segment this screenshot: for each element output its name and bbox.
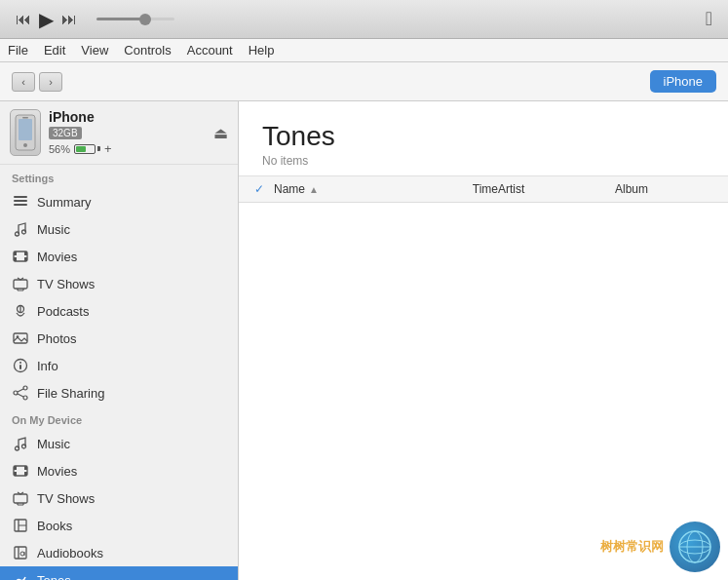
- content-area: Tones No items ✓ Name ▲ Time Artist Albu…: [239, 101, 728, 580]
- battery-row: 56% +: [49, 141, 206, 156]
- info-label: Info: [37, 359, 58, 373]
- settings-section-label: Settings: [0, 165, 238, 188]
- back-button[interactable]: ‹: [12, 72, 35, 92]
- tvshows-device-label: TV Shows: [37, 491, 95, 506]
- sidebar-item-movies-device[interactable]: Movies: [0, 457, 238, 484]
- svg-point-40: [20, 552, 24, 556]
- watermark-text: 树树常识网: [600, 538, 664, 556]
- device-name: iPhone: [49, 109, 206, 125]
- sidebar-item-books[interactable]: Books: [0, 512, 238, 539]
- svg-rect-11: [24, 251, 27, 255]
- content-table: ✓ Name ▲ Time Artist Album: [239, 175, 728, 580]
- menu-help[interactable]: Help: [249, 43, 275, 58]
- sidebar-item-movies[interactable]: Movies: [0, 243, 238, 270]
- battery-fill: [76, 146, 86, 152]
- eject-button[interactable]: ⏏: [213, 124, 228, 142]
- svg-point-22: [23, 386, 27, 390]
- table-header: ✓ Name ▲ Time Artist Album: [239, 176, 728, 203]
- tvshows-device-icon: [12, 489, 29, 507]
- svg-rect-3: [22, 117, 28, 119]
- col-album-header[interactable]: Album: [615, 182, 712, 196]
- battery-icon: [74, 144, 100, 154]
- col-name-header[interactable]: Name ▲: [274, 182, 440, 196]
- music-icon: [12, 220, 29, 238]
- battery-tip: [97, 146, 100, 151]
- title-bar: ⏮ ▶ ⏭ : [0, 0, 728, 39]
- svg-rect-33: [24, 472, 27, 476]
- sidebar-item-filesharing[interactable]: File Sharing: [0, 379, 238, 406]
- device-header: iPhone 32GB 56% + ⏏: [0, 101, 238, 165]
- svg-point-23: [14, 391, 18, 395]
- sort-arrow: ▲: [309, 184, 319, 195]
- svg-point-2: [23, 143, 27, 147]
- tones-icon: [12, 571, 29, 580]
- menu-file[interactable]: File: [8, 43, 28, 58]
- svg-rect-12: [14, 257, 17, 261]
- col-time-header[interactable]: Time: [440, 182, 498, 196]
- filesharing-label: File Sharing: [37, 386, 104, 401]
- menu-account[interactable]: Account: [187, 43, 233, 58]
- music-device-icon: [12, 435, 29, 452]
- svg-rect-34: [14, 494, 27, 503]
- sidebar-item-tones[interactable]: Tones: [0, 566, 238, 580]
- svg-rect-6: [14, 204, 27, 206]
- apple-logo: : [706, 8, 712, 30]
- slider-thumb: [139, 14, 151, 25]
- menu-view[interactable]: View: [81, 43, 108, 58]
- name-header-label: Name: [274, 182, 305, 196]
- menu-bar: File Edit View Controls Account Help: [0, 39, 728, 62]
- music-device-label: Music: [37, 437, 70, 451]
- sidebar-item-photos[interactable]: Photos: [0, 325, 238, 352]
- movies-device-icon: [12, 462, 29, 480]
- col-check: ✓: [254, 182, 274, 196]
- sidebar-item-podcasts[interactable]: Podcasts: [0, 297, 238, 325]
- svg-rect-32: [14, 472, 17, 476]
- svg-rect-17: [14, 333, 27, 343]
- watermark: 树树常识网: [600, 522, 720, 572]
- podcasts-icon: [12, 302, 29, 320]
- svg-rect-10: [14, 251, 17, 255]
- tones-label: Tones: [37, 573, 71, 581]
- books-icon: [12, 517, 29, 534]
- menu-edit[interactable]: Edit: [44, 43, 65, 58]
- movies-icon: [12, 248, 29, 265]
- sidebar-item-tvshows[interactable]: TV Shows: [0, 270, 238, 297]
- col-artist-header[interactable]: Artist: [498, 182, 615, 196]
- prev-button[interactable]: ⏮: [16, 11, 31, 28]
- music-label: Music: [37, 222, 70, 237]
- svg-rect-31: [24, 466, 27, 470]
- volume-slider[interactable]: [96, 18, 174, 20]
- sidebar-item-tvshows-device[interactable]: TV Shows: [0, 484, 238, 512]
- tvshows-icon: [12, 275, 29, 292]
- svg-line-26: [18, 394, 23, 397]
- device-storage: 32GB: [49, 127, 82, 139]
- sidebar-item-info[interactable]: Info: [0, 352, 238, 379]
- iphone-device-button[interactable]: iPhone: [650, 70, 716, 93]
- svg-rect-30: [14, 466, 17, 470]
- play-button[interactable]: ▶: [39, 8, 54, 31]
- books-label: Books: [37, 519, 72, 533]
- main-layout: iPhone 32GB 56% + ⏏ Settings: [0, 101, 728, 580]
- forward-button[interactable]: ›: [39, 72, 62, 92]
- svg-rect-5: [14, 200, 27, 202]
- sidebar-item-summary[interactable]: Summary: [0, 188, 238, 215]
- svg-rect-21: [19, 365, 21, 369]
- next-button[interactable]: ⏭: [61, 11, 77, 28]
- content-header: Tones No items: [239, 101, 728, 175]
- svg-rect-13: [24, 257, 27, 261]
- movies-device-label: Movies: [37, 464, 77, 479]
- battery-body: [74, 144, 96, 154]
- svg-point-27: [16, 446, 19, 450]
- photos-label: Photos: [37, 331, 76, 346]
- charging-icon: +: [104, 141, 112, 156]
- svg-rect-4: [14, 196, 27, 198]
- svg-point-24: [23, 396, 27, 400]
- summary-icon: [12, 193, 29, 211]
- sidebar-item-music-device[interactable]: Music: [0, 430, 238, 457]
- menu-controls[interactable]: Controls: [124, 43, 171, 58]
- sidebar-item-music[interactable]: Music: [0, 215, 238, 243]
- sidebar-item-audiobooks[interactable]: Audiobooks: [0, 539, 238, 566]
- nav-arrows: ‹ ›: [12, 72, 62, 92]
- content-subtitle: No items: [262, 154, 705, 168]
- nav-bar: ‹ › iPhone: [0, 62, 728, 101]
